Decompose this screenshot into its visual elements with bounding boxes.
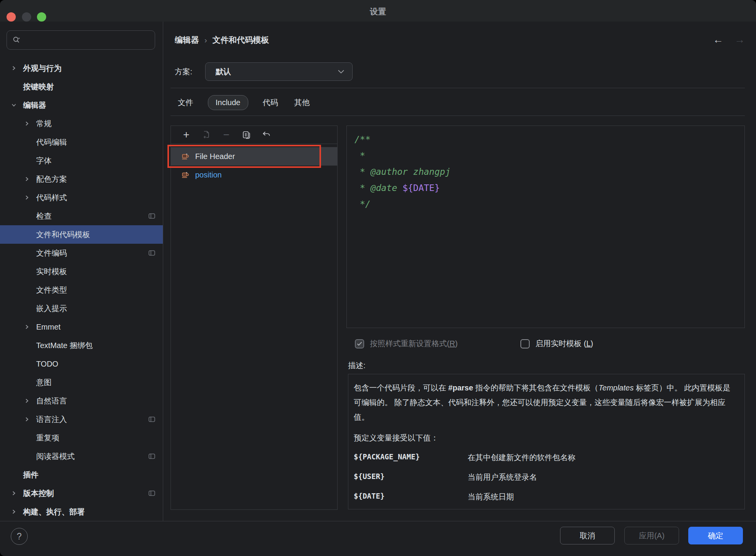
back-arrow-icon[interactable]: ← [713,34,723,45]
code-line: * [355,147,744,164]
duplicate-template-button[interactable] [196,127,216,142]
remove-template-button[interactable]: − [216,127,236,142]
copy-template-button[interactable] [236,127,256,142]
template-editor[interactable]: /** * * @author zhangpj * @date ${DATE} … [346,126,745,328]
search-icon [12,36,22,44]
variables-intro: 预定义变量接受以下值： [354,433,739,443]
live-template-label: 启用实时模板 (L) [535,338,593,349]
tab-files[interactable]: 文件 [176,95,195,111]
settings-tree: 外观与行为 按键映射 编辑器 常规 代码编辑 字体 配色方案 代码样式 检查 文… [0,59,163,521]
breadcrumb-separator: › [204,35,207,44]
window-title: 设置 [0,0,756,22]
variable-name: ${USER} [354,472,468,482]
sidebar-item-inlay-hints[interactable]: 嵌入提示 [0,299,163,318]
footer-divider [0,521,756,521]
chevron-right-icon[interactable] [25,176,36,182]
breadcrumb: 编辑器›文件和代码模板 [175,35,269,45]
sidebar-item-reader-mode[interactable]: 阅读器模式 [0,447,163,466]
chevron-right-icon[interactable] [12,65,23,71]
cancel-button[interactable]: 取消 [560,527,615,544]
check-icon [357,342,362,346]
sidebar-item-code-style[interactable]: 代码样式 [0,188,163,207]
template-item-position[interactable]: position [171,166,337,184]
live-template-option: 启用实时模板 (L) [520,338,593,349]
sidebar-item-build-execution-deployment[interactable]: 构建、执行、部署 [0,502,163,521]
chevron-right-icon[interactable] [12,490,23,496]
sidebar-item-intentions[interactable]: 意图 [0,373,163,392]
sidebar-item-duplicates[interactable]: 重复项 [0,429,163,447]
forward-arrow-icon[interactable]: → [734,34,745,45]
description-label: 描述: [348,360,366,371]
shared-settings-icon [149,491,155,496]
sidebar-item-live-templates[interactable]: 实时模板 [0,262,163,281]
sidebar-item-general[interactable]: 常规 [0,114,163,133]
variable-row: ${DATE} 当前系统日期 [354,492,739,502]
chevron-down-icon [338,69,345,74]
add-template-button[interactable]: + [176,127,196,142]
sidebar-item-file-encodings[interactable]: 文件编码 [0,244,163,262]
divider [171,88,745,88]
template-list-panel: + − File Header posi [171,126,338,510]
description-text: 包含一个代码片段，可以在 #parse 指令的帮助下将其包含在文件模板（Temp… [354,380,737,424]
apply-button[interactable]: 应用(A) [624,527,679,544]
shared-settings-icon [149,213,155,219]
ok-button[interactable]: 确定 [688,527,743,544]
tab-code[interactable]: 代码 [261,95,280,111]
scheme-dropdown[interactable]: 默认 [205,62,353,81]
reset-template-button[interactable] [256,127,276,142]
sidebar-item-textmate-bundles[interactable]: TextMate 捆绑包 [0,336,163,355]
template-cup-icon [181,171,190,179]
chevron-right-icon[interactable] [25,324,36,330]
code-line: /** [355,131,744,147]
sidebar-item-editor[interactable]: 编辑器 [0,96,163,114]
sidebar-item-version-control[interactable]: 版本控制 [0,484,163,502]
tab-other[interactable]: 其他 [293,95,311,111]
reformat-option: 按照样式重新设置格式(R) [355,338,458,349]
sidebar-item-appearance-behavior[interactable]: 外观与行为 [0,59,163,77]
shared-settings-icon [149,417,155,422]
live-template-checkbox[interactable] [520,339,530,348]
chevron-down-icon[interactable] [12,102,23,108]
reformat-label: 按照样式重新设置格式(R) [370,338,458,349]
sidebar-item-plugins[interactable]: 插件 [0,466,163,484]
template-tabs: 文件 Include 代码 其他 [176,95,311,111]
reformat-checkbox[interactable] [355,339,364,348]
shared-settings-icon [149,454,155,459]
sidebar-item-emmet[interactable]: Emmet [0,318,163,336]
sidebar-item-file-types[interactable]: 文件类型 [0,281,163,299]
chevron-right-icon[interactable] [25,121,36,127]
tab-include[interactable]: Include [208,95,248,110]
variable-description: 当前系统日期 [468,492,514,502]
sidebar-item-todo[interactable]: TODO [0,355,163,373]
variable-name: ${PACKAGE_NAME} [354,452,468,463]
chevron-right-icon[interactable] [25,416,36,422]
help-button[interactable]: ? [11,528,28,545]
breadcrumb-editor[interactable]: 编辑器 [175,35,199,44]
sidebar-item-keymap[interactable]: 按键映射 [0,77,163,96]
sidebar-divider [163,22,163,521]
sidebar-item-code-editing[interactable]: 代码编辑 [0,133,163,151]
sidebar-item-color-scheme[interactable]: 配色方案 [0,170,163,188]
sidebar-item-language-injections[interactable]: 语言注入 [0,410,163,429]
list-toolbar: + − [171,126,337,144]
code-line: * @date ${DATE} [355,180,744,196]
settings-dialog: 设置 外观与行为 按键映射 编辑器 常规 代码编辑 字体 配色方案 代码样式 检… [0,0,756,556]
chevron-right-icon[interactable] [25,194,36,201]
scheme-value: 默认 [216,67,231,77]
variable-description: 当前用户系统登录名 [468,472,537,482]
annotation-rectangle [167,145,321,168]
sidebar-item-natural-languages[interactable]: 自然语言 [0,392,163,410]
code-line: * @author zhangpj [355,164,744,180]
search-input[interactable] [7,30,155,50]
description-panel: 包含一个代码片段，可以在 #parse 指令的帮助下将其包含在文件模板（Temp… [348,374,745,509]
template-item-label: position [195,171,222,179]
variable-name: ${DATE} [354,492,468,502]
title-bar: 设置 [0,0,756,22]
sidebar-item-file-and-code-templates[interactable]: 文件和代码模板 [0,225,163,244]
sidebar-item-inspections[interactable]: 检查 [0,207,163,225]
variable-description: 在其中创建新文件的软件包名称 [468,452,575,463]
chevron-right-icon[interactable] [12,509,23,515]
chevron-right-icon[interactable] [25,398,36,404]
shared-settings-icon [149,250,155,256]
sidebar-item-font[interactable]: 字体 [0,151,163,170]
